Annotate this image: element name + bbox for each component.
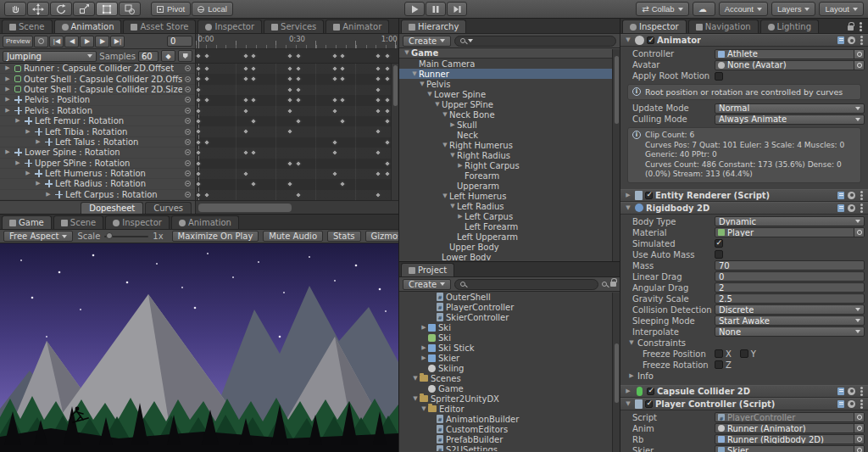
project-item[interactable]: Spriter2UnityDX (399, 393, 620, 404)
tab-animator[interactable]: Animator (326, 20, 389, 33)
scrollbar-thumb[interactable] (615, 56, 619, 124)
dropdown[interactable]: None (715, 326, 865, 337)
keyframe-diamond[interactable] (287, 107, 293, 114)
keyframe-diamond[interactable] (196, 159, 202, 166)
playhead[interactable] (198, 34, 199, 48)
hierarchy-scrollbar[interactable] (612, 49, 620, 261)
maximize-on-play-button[interactable]: Maximize On Play (172, 231, 259, 242)
animation-property-row[interactable]: Left Femur : Rotation (0, 116, 195, 126)
animation-property-row[interactable]: Left Talus : Rotation (0, 137, 195, 148)
foldout-arrow[interactable] (44, 192, 53, 198)
dopesheet-tab[interactable]: Dopesheet (81, 202, 143, 214)
menu-icon[interactable] (860, 207, 863, 209)
dopesheet-vertical-scrollbar[interactable] (391, 64, 398, 200)
animation-property-row[interactable]: Lower Spine : Rotation (0, 148, 195, 158)
hierarchy-item[interactable]: Lower Body (399, 252, 620, 260)
keyframe-diamond[interactable] (250, 149, 257, 156)
keyframe-diamond[interactable] (242, 65, 248, 72)
keyframe-diamond[interactable] (375, 97, 381, 103)
dopesheet-row[interactable] (196, 159, 398, 169)
entity-renderer-header[interactable]: Entity Renderer (Script) (620, 189, 868, 202)
text-field[interactable]: 2.5 (715, 293, 865, 304)
gear-icon[interactable] (848, 36, 855, 44)
foldout-arrow[interactable] (34, 181, 42, 187)
keyframe-diamond[interactable] (287, 53, 293, 59)
checkbox[interactable] (715, 250, 723, 259)
keyframe-diamond[interactable] (294, 65, 301, 72)
keyframe-diamond[interactable] (331, 65, 337, 72)
keyframe-diamond[interactable] (339, 118, 346, 125)
foldout-arrow[interactable] (448, 153, 457, 159)
gear-icon[interactable] (848, 192, 855, 199)
foldout-arrow[interactable] (627, 340, 636, 346)
dopesheet-row[interactable] (196, 64, 398, 74)
pause-button[interactable] (426, 2, 446, 16)
hierarchy-item[interactable]: Neck Bone (399, 109, 620, 120)
gear-icon[interactable] (848, 388, 855, 395)
keyframe-diamond[interactable] (196, 138, 202, 145)
next-key-button[interactable]: ▶ (95, 36, 109, 47)
foldout-arrow[interactable] (3, 97, 12, 103)
keyframe-diamond[interactable] (287, 159, 293, 166)
keyframe-diamond[interactable] (242, 170, 248, 177)
text-field[interactable]: 0 (715, 271, 865, 282)
hierarchy-item[interactable]: Left Forearm (399, 221, 620, 232)
enabled-checkbox[interactable] (647, 388, 654, 395)
keyframe-diamond[interactable] (242, 75, 248, 82)
foldout-arrow[interactable] (624, 205, 632, 211)
project-item[interactable]: S2USettings (399, 444, 620, 451)
tab-navigation[interactable]: Navigation (688, 20, 759, 33)
reference-icon[interactable] (837, 400, 844, 408)
foldout-arrow[interactable] (627, 373, 636, 379)
keyframe-diamond[interactable] (384, 107, 391, 114)
project-item[interactable]: OuterShell (399, 292, 620, 302)
foldout-arrow[interactable] (624, 401, 632, 407)
keyframe-diamond[interactable] (331, 138, 337, 145)
hierarchy-item[interactable]: Runner (399, 69, 620, 79)
foldout-arrow[interactable] (411, 396, 420, 402)
keyframe-diamond[interactable] (375, 128, 381, 135)
first-key-button[interactable]: |◀ (49, 36, 64, 47)
keyframe-diamond[interactable] (250, 65, 257, 72)
foldout-arrow[interactable] (410, 71, 419, 77)
row-options-icon[interactable] (185, 76, 191, 82)
hierarchy-search-input[interactable] (454, 36, 616, 47)
hierarchy-item[interactable]: Main Camera (399, 59, 620, 69)
foldout-arrow[interactable] (411, 376, 420, 382)
row-options-icon[interactable] (185, 181, 191, 187)
foldout-arrow[interactable] (448, 122, 457, 128)
keyframe-diamond[interactable] (331, 53, 337, 59)
keyframe-diamond[interactable] (339, 97, 346, 103)
menu-icon[interactable] (860, 39, 863, 42)
preview-toggle-button[interactable]: Preview (3, 36, 33, 47)
hierarchy-item[interactable]: Left Radius (399, 201, 620, 211)
hierarchy-item[interactable]: Left Carpus (399, 211, 620, 221)
keyframe-diamond[interactable] (203, 65, 210, 72)
project-item[interactable]: Ski (399, 332, 620, 343)
keyframe-diamond[interactable] (375, 53, 381, 59)
foldout-arrow[interactable] (403, 50, 411, 56)
hierarchy-item[interactable]: Game (399, 48, 620, 59)
menu-icon[interactable] (860, 194, 863, 197)
row-options-icon[interactable] (185, 108, 191, 114)
tab-animation-2[interactable]: Animation (171, 215, 239, 229)
mute-audio-button[interactable]: Mute Audio (263, 231, 323, 242)
dopesheet-row[interactable] (196, 74, 398, 84)
tab-services[interactable]: Services (264, 20, 324, 33)
clip-dropdown[interactable]: Jumping (3, 51, 97, 62)
menu-icon[interactable] (860, 403, 863, 405)
keyframe-diamond[interactable] (287, 65, 293, 72)
lock-icon[interactable] (848, 25, 854, 31)
keyframe-diamond[interactable] (375, 191, 381, 198)
tab-inspector-2[interactable]: Inspector (105, 215, 170, 229)
rotate-tool-button[interactable] (50, 2, 72, 16)
account-dropdown[interactable]: Account (719, 2, 768, 16)
hierarchy-item[interactable]: Left Upperarm (399, 232, 620, 242)
dropdown[interactable]: Dynamic (715, 216, 865, 226)
foldout-arrow[interactable] (3, 149, 12, 155)
hierarchy-item[interactable]: Neck (399, 130, 620, 140)
animation-property-row[interactable]: Upper SPine : Rotation (0, 159, 195, 169)
foldout-arrow[interactable] (3, 76, 12, 82)
tab-inspector[interactable]: Inspector (198, 20, 262, 33)
enabled-checkbox[interactable] (645, 400, 653, 408)
